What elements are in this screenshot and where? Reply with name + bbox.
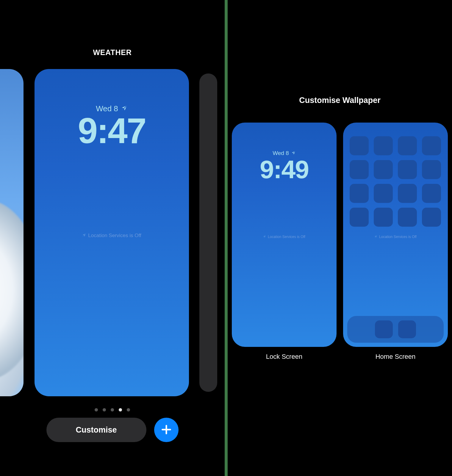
app-icon-placeholder xyxy=(398,160,417,179)
svg-line-1 xyxy=(83,234,86,237)
location-services-text: Location Services is Off xyxy=(379,235,417,239)
location-off-icon xyxy=(82,233,86,239)
wallpaper-switcher-footer: Customise xyxy=(0,418,225,442)
home-screen-preview[interactable]: Location Services is Off Home Screen xyxy=(343,123,448,361)
customise-wallpaper-title: Customise Wallpaper xyxy=(228,96,452,105)
wallpaper-category-title: WEATHER xyxy=(0,48,225,57)
app-icon-placeholder xyxy=(374,208,393,227)
page-dot[interactable] xyxy=(111,408,114,411)
app-icon-placeholder xyxy=(374,136,393,155)
wallpaper-card-previous[interactable] xyxy=(0,69,24,396)
app-icon-placeholder xyxy=(350,136,369,155)
app-icon-placeholder xyxy=(398,184,417,203)
app-icon-placeholder xyxy=(422,208,441,227)
wallpaper-card-current[interactable]: Wed 8 9:47 Location Services is Off xyxy=(35,69,189,396)
app-icon-placeholder xyxy=(422,184,441,203)
app-icon-placeholder xyxy=(398,136,417,155)
lock-screen-preview[interactable]: Wed 8 9:49 Location Services is Off Lock… xyxy=(232,123,337,361)
lockscreen-time: 9:49 xyxy=(232,156,337,182)
dock-app-icon-placeholder xyxy=(375,320,393,338)
page-dot[interactable] xyxy=(103,408,106,411)
page-dot[interactable] xyxy=(119,408,122,411)
wallpaper-card-next[interactable] xyxy=(199,73,217,392)
app-icon-placeholder xyxy=(422,136,441,155)
home-app-grid xyxy=(350,136,441,227)
add-wallpaper-button[interactable] xyxy=(154,418,179,442)
location-services-message: Location Services is Off xyxy=(232,235,337,239)
svg-line-0 xyxy=(122,106,127,111)
app-icon-placeholder xyxy=(374,160,393,179)
location-services-message: Location Services is Off xyxy=(35,233,189,239)
lock-screen-preview-card[interactable]: Wed 8 9:49 Location Services is Off xyxy=(232,123,337,347)
location-services-message: Location Services is Off xyxy=(343,235,448,239)
dock-app-icon-placeholder xyxy=(398,320,416,338)
svg-line-2 xyxy=(292,151,295,154)
plus-icon xyxy=(160,424,172,436)
page-dot[interactable] xyxy=(95,408,98,411)
lockscreen-time: 9:47 xyxy=(35,113,189,148)
app-icon-placeholder xyxy=(422,160,441,179)
page-indicator[interactable] xyxy=(0,408,225,411)
app-icon-placeholder xyxy=(398,208,417,227)
customise-button[interactable]: Customise xyxy=(46,418,146,442)
svg-line-4 xyxy=(375,235,377,238)
home-screen-preview-card[interactable]: Location Services is Off xyxy=(343,123,448,347)
location-off-icon xyxy=(374,235,377,239)
lock-home-preview-row: Wed 8 9:49 Location Services is Off Lock… xyxy=(228,123,452,361)
cloud-graphic xyxy=(0,200,24,380)
home-screen-label: Home Screen xyxy=(343,353,448,361)
pane-divider xyxy=(225,0,228,476)
screenshot-canvas: WEATHER Wed 8 9:47 Loca xyxy=(0,0,452,476)
wallpaper-switcher-pane: WEATHER Wed 8 9:47 Loca xyxy=(0,0,225,476)
location-off-icon xyxy=(263,235,266,239)
wallpaper-carousel[interactable]: Wed 8 9:47 Location Services is Off xyxy=(0,69,225,396)
customise-wallpaper-pane: Customise Wallpaper Wed 8 9:49 xyxy=(228,0,452,476)
app-icon-placeholder xyxy=(350,208,369,227)
page-dot[interactable] xyxy=(127,408,130,411)
app-icon-placeholder xyxy=(350,184,369,203)
location-services-text: Location Services is Off xyxy=(268,235,305,239)
lock-screen-label: Lock Screen xyxy=(232,353,337,361)
location-services-text: Location Services is Off xyxy=(88,233,141,239)
app-icon-placeholder xyxy=(374,184,393,203)
home-dock xyxy=(347,316,444,343)
app-icon-placeholder xyxy=(350,160,369,179)
svg-line-3 xyxy=(263,235,266,238)
